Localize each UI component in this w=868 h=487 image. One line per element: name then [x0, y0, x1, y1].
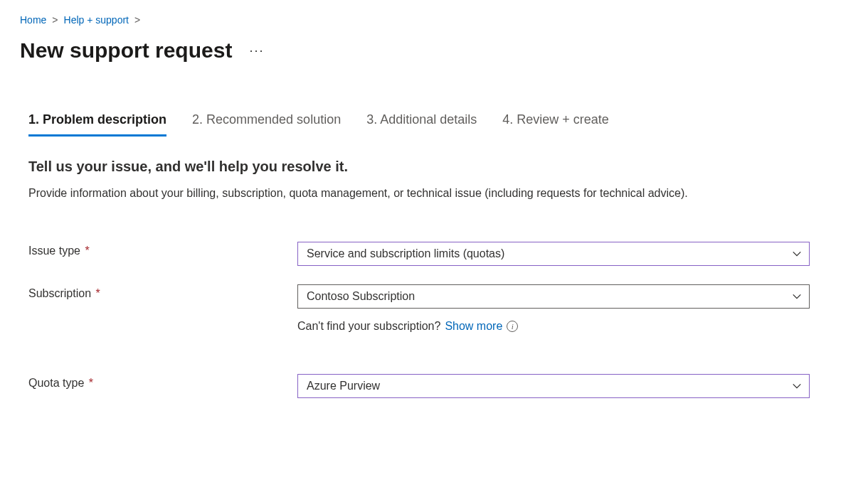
row-subscription: Subscription * Contoso Subscription Can'…	[28, 284, 831, 333]
select-value: Azure Purview	[307, 380, 380, 392]
required-indicator: *	[85, 245, 89, 257]
page-title: New support request	[20, 38, 232, 63]
required-indicator: *	[89, 377, 93, 389]
tab-review-create[interactable]: 4. Review + create	[502, 112, 609, 137]
label-text: Subscription	[28, 287, 91, 299]
section-heading: Tell us your issue, and we'll help you r…	[28, 159, 831, 175]
tab-additional-details[interactable]: 3. Additional details	[366, 112, 477, 137]
required-indicator: *	[96, 287, 100, 299]
select-subscription[interactable]: Contoso Subscription	[297, 284, 810, 309]
breadcrumb-home[interactable]: Home	[20, 14, 46, 26]
label-quota-type: Quota type *	[28, 374, 297, 390]
section-description: Provide information about your billing, …	[28, 185, 797, 202]
tab-recommended-solution[interactable]: 2. Recommended solution	[192, 112, 341, 137]
row-quota-type: Quota type * Azure Purview	[28, 374, 831, 398]
label-subscription: Subscription *	[28, 284, 297, 300]
hint-text: Can't find your subscription?	[297, 320, 440, 333]
tab-problem-description[interactable]: 1. Problem description	[28, 112, 166, 137]
chevron-right-icon: >	[52, 14, 58, 26]
chevron-down-icon	[792, 291, 802, 301]
select-value: Service and subscription limits (quotas)	[307, 247, 504, 260]
select-value: Contoso Subscription	[307, 290, 415, 303]
subscription-hint: Can't find your subscription? Show more …	[297, 320, 810, 333]
row-issue-type: Issue type * Service and subscription li…	[28, 242, 831, 266]
form-content: Tell us your issue, and we'll help you r…	[20, 159, 831, 398]
title-row: New support request ···	[20, 38, 848, 63]
chevron-down-icon	[792, 249, 802, 259]
chevron-down-icon	[792, 381, 802, 391]
info-icon[interactable]: i	[507, 321, 518, 332]
more-actions-button[interactable]: ···	[246, 43, 267, 58]
chevron-right-icon: >	[134, 14, 140, 26]
select-quota-type[interactable]: Azure Purview	[297, 374, 810, 398]
breadcrumb-help-support[interactable]: Help + support	[64, 14, 129, 26]
show-more-link[interactable]: Show more	[445, 320, 502, 333]
label-issue-type: Issue type *	[28, 242, 297, 257]
select-issue-type[interactable]: Service and subscription limits (quotas)	[297, 242, 810, 266]
breadcrumb: Home > Help + support >	[20, 14, 848, 26]
label-text: Issue type	[28, 245, 80, 257]
label-text: Quota type	[28, 377, 84, 389]
tabs: 1. Problem description 2. Recommended so…	[20, 112, 848, 137]
